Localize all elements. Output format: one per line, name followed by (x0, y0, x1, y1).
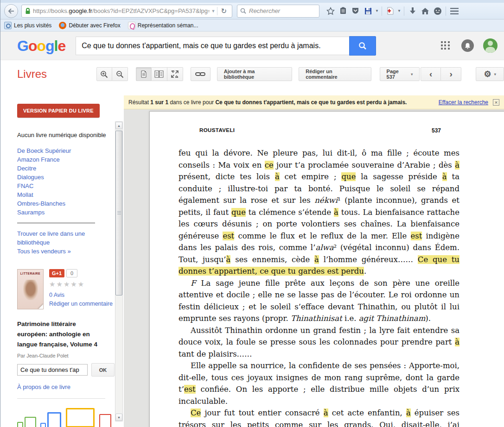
book-paragraph: Aussitôt Thinathin ordonne un grand fest… (179, 325, 459, 360)
gear-icon: ⚙ (484, 70, 491, 78)
scroll-down-button[interactable]: ▼ (115, 414, 122, 421)
devices-illustration (17, 408, 115, 427)
vendor-link[interactable]: Sauramps (17, 208, 115, 217)
vendor-link[interactable]: FNAC (17, 182, 115, 190)
downloads-icon[interactable] (406, 5, 419, 17)
back-arrow-icon (8, 8, 14, 14)
toolbar-divider (446, 6, 446, 16)
all-sellers-link[interactable]: Tous les vendeurs » (17, 247, 115, 256)
vendor-link[interactable]: Mollat (17, 190, 115, 199)
zoom-out-button[interactable] (112, 67, 128, 81)
vendor-links: De Boeck SupérieurAmazon FranceDecitreDi… (17, 146, 115, 217)
google-search-button[interactable] (349, 36, 376, 56)
content-area: VERSION PAPIER DU LIVRE Aucun livre numé… (0, 88, 504, 427)
back-button[interactable] (4, 4, 18, 18)
bookmark-item[interactable]: Les plus visités (4, 22, 51, 29)
reading-list-icon[interactable] (337, 5, 349, 17)
gplus-button[interactable]: G+1 (49, 269, 64, 277)
search-highlight: à (314, 255, 319, 264)
scrollbar-track[interactable]: ▲ ▼ (115, 121, 123, 421)
about-book-link[interactable]: À propos de ce livre (17, 383, 115, 390)
search-highlight: que (231, 208, 246, 217)
bookmark-label: Représentation séman... (138, 22, 198, 29)
vendor-link[interactable]: Dialogues (17, 173, 115, 182)
add-to-library-button[interactable]: Ajouter à ma bibliothèque (217, 67, 292, 81)
addon-dropdown-icon[interactable]: ▼ (396, 5, 402, 17)
search-highlight: à (334, 208, 338, 217)
write-review-link[interactable]: Rédiger un commentaire (49, 300, 113, 308)
viewer-top-gap (124, 88, 504, 95)
result-text: Résultat 1 sur 1 dans ce livre pour Ce q… (128, 99, 435, 106)
reviews-count-link[interactable]: 0 Avis (49, 291, 113, 300)
blue-phone-icon (40, 423, 46, 427)
close-icon[interactable]: × (493, 99, 499, 106)
search-highlight: ce (265, 161, 274, 170)
next-page-button[interactable]: › (441, 67, 461, 81)
single-page-view-button[interactable] (136, 67, 152, 81)
vendor-link[interactable]: Amazon France (17, 155, 115, 164)
vendor-link[interactable]: De Boeck Supérieur (17, 146, 115, 155)
write-review-button[interactable]: Rédiger un commentaire (299, 67, 371, 81)
in-book-search-input[interactable] (17, 364, 88, 376)
page-selector-dropdown[interactable]: Page 537 ▾ (380, 67, 420, 81)
zoom-in-button[interactable] (96, 67, 112, 81)
google-logo[interactable]: Google (17, 38, 65, 53)
google-search (76, 36, 376, 56)
scroll-up-button[interactable]: ▲ (115, 122, 122, 129)
books-product-title[interactable]: Livres (17, 68, 49, 81)
google-header: Google (0, 31, 504, 60)
rating-stars[interactable]: ★★★★★ (49, 280, 113, 289)
search-highlight: à (455, 338, 459, 346)
url-dropdown-icon[interactable]: ▼ (210, 9, 217, 13)
cover-corner-fold (38, 304, 44, 309)
page-view-controls (136, 67, 183, 81)
google-header-right (441, 38, 498, 53)
vendor-link[interactable]: Decitre (17, 164, 115, 173)
vendor-link[interactable]: Ombres-Blanches (17, 199, 115, 208)
book-paragraph: Ce jour fut tout entier consacré à cet a… (179, 407, 459, 427)
apps-grid-icon[interactable] (441, 41, 450, 50)
url-bar[interactable]: https://books.google.fr/books?id=EPZtfAZ… (21, 5, 232, 18)
two-page-view-button[interactable] (152, 67, 167, 81)
sidebar-scrollbar-column: ▲ ▼ (115, 88, 124, 427)
link-button[interactable] (191, 67, 211, 81)
search-icon (240, 8, 246, 14)
search-highlight: à (442, 172, 447, 181)
page-area: ROUSTAVELI 537 feu qui la dévore. Ne ple… (124, 109, 504, 427)
google-search-input[interactable] (76, 37, 349, 55)
previous-page-button[interactable]: ‹ (421, 67, 441, 81)
ok-button[interactable]: OK (91, 363, 115, 377)
bookmarks-bar: Les plus visitésDébuter avec FirefoxRepr… (0, 19, 504, 31)
bookmark-item[interactable]: Débuter avec Firefox (59, 22, 120, 29)
chevron-down-icon: ▾ (411, 72, 413, 76)
search-icon (358, 42, 367, 50)
book-info-block: LITTERAIRE G+1 0 ★★★★★ 0 Avis Rédiger un… (17, 269, 115, 309)
scrollbar-thumb[interactable] (115, 131, 122, 295)
feedback-smiley-icon[interactable] (431, 5, 444, 17)
fullscreen-button[interactable] (167, 67, 183, 81)
bookmark-item[interactable]: Représentation séman... (128, 22, 198, 29)
clear-search-link[interactable]: Effacer la recherche (439, 99, 488, 106)
reload-button[interactable]: ↻ (217, 7, 230, 15)
addon-doc-icon[interactable] (384, 5, 396, 17)
save-dropdown-icon[interactable]: ▼ (374, 5, 380, 17)
bookmark-label: Les plus visités (14, 22, 51, 29)
search-highlight: à (275, 172, 280, 181)
save-page-icon[interactable] (362, 5, 374, 17)
notifications-bell-icon[interactable] (461, 39, 474, 52)
books-toolbar: Livres Ajouter à ma bibliothèque Ré (0, 60, 504, 88)
browser-search-bar[interactable]: Rechercher (237, 5, 319, 18)
find-in-library-link[interactable]: Trouver ce livre dans une bibliothèque (17, 229, 91, 247)
bookmark-label: Débuter avec Firefox (69, 22, 120, 29)
no-ebook-text: Aucun livre numérique disponible (17, 132, 115, 138)
home-icon[interactable] (419, 5, 431, 17)
page-number: 537 (432, 127, 441, 134)
book-cover-thumbnail[interactable]: LITTERAIRE (17, 269, 44, 309)
print-version-button[interactable]: VERSION PAPIER DU LIVRE (17, 104, 100, 118)
book-page[interactable]: ROUSTAVELI 537 feu qui la dévore. Ne ple… (149, 111, 504, 427)
settings-gear-button[interactable]: ⚙ ▾ (476, 67, 504, 81)
bookmark-star-icon[interactable] (324, 5, 337, 17)
pocket-icon[interactable] (349, 5, 362, 17)
account-avatar[interactable] (483, 38, 498, 53)
menu-hamburger-icon[interactable] (448, 5, 460, 17)
